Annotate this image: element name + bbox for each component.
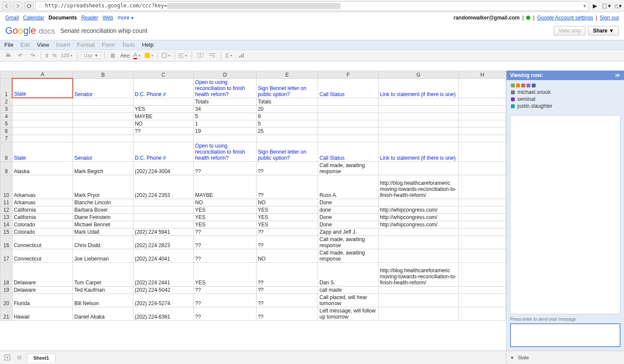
menu-tools: Tools bbox=[122, 42, 135, 48]
account-email: randomwalker@gmail.com bbox=[454, 15, 520, 21]
svg-rect-3 bbox=[145, 53, 150, 58]
bookmark-star-icon[interactable]: ☆ bbox=[38, 3, 43, 10]
chart-button[interactable] bbox=[237, 51, 246, 60]
menu-edit: Edit bbox=[20, 42, 30, 48]
url-dropdown-icon[interactable]: ▾ bbox=[583, 3, 586, 9]
nav-more[interactable]: more bbox=[117, 15, 134, 21]
account-settings-link[interactable]: Google Account settings bbox=[537, 15, 593, 21]
nav-documents[interactable]: Documents bbox=[49, 15, 77, 21]
strike-button[interactable]: Abc bbox=[120, 51, 130, 60]
toolbar: ↶ ↷ $ % 123▼ 10pt ▼ B Abc A▼ ▼ ▼ ▼ Σ▼ bbox=[0, 50, 624, 61]
url-bar[interactable]: ☆ http://spreadsheets.google.com/ccc?key… bbox=[36, 1, 588, 11]
reload-button[interactable] bbox=[24, 2, 34, 10]
number-format-button[interactable]: 123▼ bbox=[60, 51, 74, 60]
bold-button[interactable]: B bbox=[108, 51, 118, 60]
currency-button[interactable]: $ bbox=[45, 51, 49, 60]
share-button[interactable]: Share ▼ bbox=[588, 26, 619, 35]
nav-web[interactable]: Web bbox=[103, 15, 113, 21]
menu-help[interactable]: Help bbox=[142, 42, 154, 48]
merge-button[interactable] bbox=[195, 51, 205, 60]
settings-button[interactable]: ▾ bbox=[613, 2, 622, 10]
url-text: http://spreadsheets.google.com/ccc?key= bbox=[45, 3, 167, 9]
nav-reader[interactable]: Reader bbox=[81, 15, 98, 21]
formula-button[interactable]: Σ▼ bbox=[224, 51, 234, 60]
print-button[interactable] bbox=[3, 51, 13, 60]
top-nav-links: Gmail Calendar Documents Reader Web more bbox=[5, 15, 134, 21]
menu-insert: Insert bbox=[56, 42, 70, 48]
menu-form: Form bbox=[102, 42, 115, 48]
status-online-icon bbox=[526, 16, 530, 20]
menu-bar: FileEditViewInsertFormatFormToolsHelp bbox=[0, 40, 624, 50]
svg-rect-4 bbox=[162, 53, 166, 58]
top-nav: Gmail Calendar Documents Reader Web more… bbox=[0, 12, 624, 23]
top-nav-account: randomwalker@gmail.com| | Google Account… bbox=[454, 15, 619, 21]
svg-rect-8 bbox=[243, 53, 244, 58]
svg-rect-6 bbox=[239, 56, 240, 58]
menu-format: Format bbox=[77, 42, 95, 48]
run-button[interactable]: ▶ bbox=[590, 2, 600, 10]
text-color-button[interactable]: A▼ bbox=[133, 51, 142, 60]
nav-gmail[interactable]: Gmail bbox=[5, 15, 19, 21]
title-bar: Google docs Senate reconciliation whip c… bbox=[0, 23, 624, 40]
google-logo: Google docs bbox=[5, 25, 55, 36]
undo-button[interactable]: ↶ bbox=[16, 51, 25, 60]
browser-bar: ☆ http://spreadsheets.google.com/ccc?key… bbox=[0, 0, 624, 12]
page-menu-button[interactable]: ▾ bbox=[601, 2, 611, 10]
font-size-select[interactable]: 10pt ▼ bbox=[81, 52, 101, 59]
align-button[interactable]: ▼ bbox=[179, 51, 188, 60]
borders-button[interactable]: ▼ bbox=[162, 51, 171, 60]
svg-rect-7 bbox=[241, 55, 242, 58]
fill-color-button[interactable]: ▼ bbox=[145, 51, 154, 60]
nav-calendar[interactable]: Calendar bbox=[23, 15, 44, 21]
back-button[interactable] bbox=[2, 2, 11, 10]
svg-rect-0 bbox=[603, 4, 606, 8]
wrap-button[interactable] bbox=[208, 51, 217, 60]
signout-link[interactable]: Sign out bbox=[600, 15, 619, 21]
redo-button[interactable]: ↷ bbox=[28, 51, 37, 60]
url-redacted bbox=[167, 3, 341, 9]
percent-button[interactable]: % bbox=[52, 51, 58, 60]
menu-file[interactable]: File bbox=[4, 42, 13, 48]
svg-rect-1 bbox=[6, 55, 10, 57]
svg-rect-2 bbox=[7, 53, 10, 55]
document-title: Senate reconciliation whip count bbox=[60, 27, 147, 34]
menu-view[interactable]: View bbox=[37, 42, 49, 48]
view-only-button: View only bbox=[554, 26, 585, 35]
forward-button[interactable] bbox=[13, 2, 23, 10]
